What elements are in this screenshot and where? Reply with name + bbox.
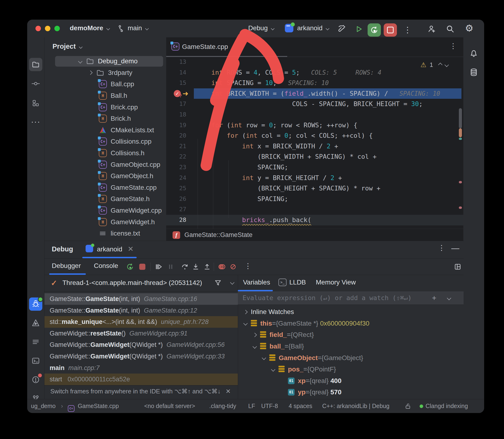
view-breakpoints-button[interactable] (216, 262, 227, 272)
layout-settings-button[interactable] (453, 262, 463, 272)
tree-item-license.txt[interactable]: license.txt (44, 228, 166, 239)
code-line-21[interactable]: 21 int x = BRICK_WIDTH / 2 + (166, 141, 463, 152)
terminal-tool-button[interactable] (29, 354, 42, 367)
mute-breakpoints-button[interactable] (228, 262, 238, 272)
tree-item-Ball.h[interactable]: HBall.h (44, 90, 166, 102)
code-line-18[interactable]: 18 (166, 110, 463, 120)
project-panel-title[interactable]: Project (52, 43, 82, 50)
tree-item-3rdparty[interactable]: 3rdparty (44, 67, 166, 79)
rerun-debug-button[interactable] (368, 23, 381, 37)
code-line-13[interactable]: 13 (166, 57, 463, 67)
code-line-23[interactable]: 23 SPACING; (166, 162, 463, 173)
variable-row-GameObject[interactable]: GameObject = {GameObject} (238, 352, 464, 364)
tree-item-Debug_demo[interactable]: Debug_demo (44, 56, 166, 67)
tree-item-CMakeLists.txt[interactable]: CMakeLists.txt (44, 124, 166, 136)
editor-options-kebab[interactable]: ⋮ (450, 43, 457, 50)
project-selector[interactable]: demoMore (70, 24, 109, 32)
chevron-down-icon[interactable] (447, 296, 451, 300)
stack-frame[interactable]: GameWidget::resetState()GameWidget.cpp:9… (44, 328, 238, 339)
step-out-button[interactable] (202, 262, 212, 272)
more-actions-kebab[interactable]: ⋮ (403, 26, 412, 34)
step-into-button[interactable] (190, 262, 201, 272)
evaluate-expression-field[interactable]: Evaluate expression (↵) or add a watch (… (238, 291, 464, 305)
status-resolve-config[interactable]: C++: arkanoidLib | Debug (322, 402, 389, 409)
chevron-down-icon[interactable] (252, 344, 257, 349)
variable-row-this[interactable]: this = {GameState *} 0x600000904f30 (238, 318, 464, 329)
stack-frame[interactable]: std::make_unique<...>(int &&, int &&)uni… (44, 316, 238, 328)
tab-console[interactable]: Console (94, 262, 118, 269)
search-icon[interactable] (446, 24, 454, 33)
stack-frame[interactable]: mainmain.cpp:7 (44, 362, 238, 374)
code-line-28[interactable]: 28 bricks_.push_back( (166, 215, 463, 225)
debugger-more-kebab[interactable]: ⋮ (244, 263, 252, 269)
chevron-down-icon[interactable] (271, 367, 275, 371)
code-line-27[interactable]: 27 (166, 204, 463, 215)
run-config-selector[interactable]: arkanoid (297, 24, 329, 32)
more-tools-button[interactable]: ··· (29, 115, 42, 128)
tab-variables[interactable]: Variables (243, 279, 270, 286)
code-line-15[interactable]: 15 int SPACING = 10;SPACING: 10 (166, 78, 463, 88)
tree-item-GameWidget.h[interactable]: HGameWidget.h (44, 216, 166, 228)
hide-panel-button[interactable]: — (451, 243, 459, 253)
run-play-icon[interactable] (355, 25, 363, 33)
session-tab-arkanoid[interactable]: arkanoid (97, 245, 122, 253)
status-line-ending[interactable]: LF (248, 402, 255, 409)
minimize-window-button[interactable] (45, 26, 50, 31)
tree-item-Ball.cpp[interactable]: C+Ball.cpp (44, 78, 166, 90)
code-line-25[interactable]: 25 (BRICK_HEIGHT + SPACING) * row + (166, 183, 463, 194)
tree-item-GameState.cpp[interactable]: C+GameState.cpp (44, 182, 166, 194)
tree-item-Collisions.cpp[interactable]: C+Collisions.cpp (44, 136, 166, 147)
code-line-20[interactable]: 20 for (int col = 0; col < COLS; ++col) … (166, 130, 463, 141)
code-area[interactable]: 1314 int ROWS = 4, COLS = 5;COLS: 5 ROWS… (166, 57, 463, 229)
build-hammer-icon[interactable] (337, 24, 346, 33)
tree-item-GameObject.cpp[interactable]: C+GameObject.cpp (44, 159, 166, 170)
step-over-button[interactable] (180, 262, 190, 272)
settings-gear-icon[interactable]: ⚙ (465, 23, 474, 33)
structure-tool-button[interactable] (29, 97, 42, 110)
stack-frame[interactable]: start 0x000000011cc5a52e (44, 374, 238, 385)
chevron-down-icon[interactable] (243, 321, 248, 326)
problems-tool-button[interactable] (29, 373, 42, 386)
stack-frame[interactable]: GameState::GameState(int, int)GameState.… (44, 293, 238, 305)
tree-item-Brick.cpp[interactable]: C+Brick.cpp (44, 101, 166, 113)
status-file[interactable]: C+ GameState.cpp (68, 402, 119, 412)
stack-frame[interactable]: GameWidget::GameWidget(QWidget *)GameWid… (44, 339, 238, 351)
variable-row-Inline Watches[interactable]: Inline Watches (238, 306, 464, 318)
variable-row-xp[interactable]: 01xp = {qreal} 400 (238, 375, 464, 387)
code-line-14[interactable]: 14 int ROWS = 4, COLS = 5;COLS: 5 ROWS: … (166, 67, 463, 78)
pause-button[interactable] (165, 262, 176, 272)
status-server[interactable]: <no default server> (144, 402, 195, 409)
thread-selector[interactable]: ✓ Thread-1-<com.apple.main-thread> (2053… (44, 275, 238, 292)
branch-selector[interactable]: main (128, 24, 148, 32)
close-window-button[interactable] (36, 26, 41, 31)
todo-tool-button[interactable] (29, 335, 42, 349)
tree-item-GameObject.h[interactable]: HGameObject.h (44, 170, 166, 182)
code-line-22[interactable]: 22 (BRICK_WIDTH + SPACING) * col + (166, 151, 463, 162)
tab-lldb[interactable]: LLDB (289, 279, 306, 286)
profiler-tool-button[interactable] (29, 316, 42, 329)
notifications-bell-button[interactable] (467, 47, 480, 60)
tab-debugger[interactable]: Debugger (52, 262, 81, 269)
tree-item-Brick.h[interactable]: HBrick.h (44, 113, 166, 124)
close-hint-icon[interactable]: ✕ (226, 386, 231, 397)
run-mode-selector[interactable]: Debug (248, 24, 274, 32)
project-tool-button[interactable] (29, 58, 42, 71)
stack-frame[interactable]: GameState::GameState(int, int)GameState.… (44, 305, 238, 316)
stack-frame[interactable]: GameWidget::GameWidget(QWidget *)GameWid… (44, 351, 238, 362)
chevron-right-icon[interactable] (252, 333, 257, 337)
variable-row-ball_[interactable]: ball_ = {Ball} (238, 341, 464, 352)
chevron-down-icon[interactable] (262, 356, 266, 360)
variable-row-field_[interactable]: field_ = {QRect} (238, 329, 464, 341)
tree-item-Collisions.h[interactable]: HCollisions.h (44, 147, 166, 159)
editor-tab-gamestate[interactable]: GameState.cpp (182, 43, 228, 50)
stop-button[interactable] (384, 23, 397, 37)
chevron-right-icon[interactable] (243, 310, 248, 314)
unlock-icon[interactable] (404, 403, 412, 410)
resume-button[interactable] (153, 262, 164, 272)
breadcrumb-function[interactable]: GameState::GameState (184, 231, 252, 239)
variable-row-yp[interactable]: 01yp = {qreal} 570 (238, 387, 464, 398)
add-user-icon[interactable] (427, 24, 436, 33)
editor-scrollbar-thumb[interactable] (459, 108, 462, 128)
tree-item-GameWidget.cpp[interactable]: C+GameWidget.cpp (44, 205, 166, 216)
stop-debugger-button[interactable] (137, 262, 148, 272)
